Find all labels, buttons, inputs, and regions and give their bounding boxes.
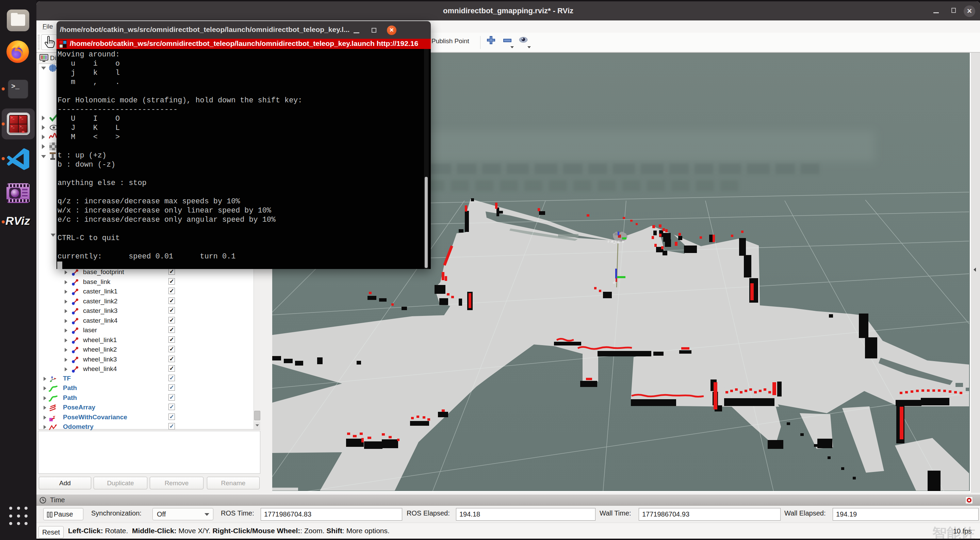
svg-text:·d··: ·d·· (612, 281, 617, 284)
svg-text:r·.e_f.tp·n: r·.e_f.tp·n (608, 240, 624, 243)
